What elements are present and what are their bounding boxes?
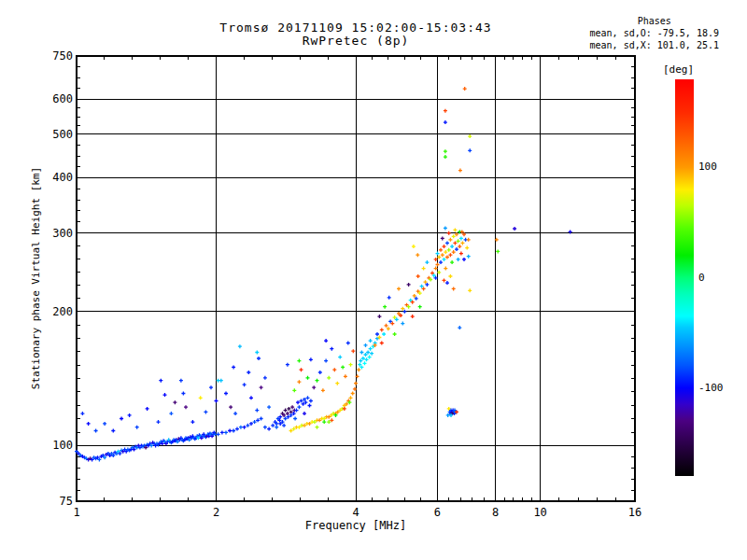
phase-stats-header: Phases — [590, 15, 719, 27]
y-tick-label: 400 — [41, 171, 73, 184]
x-tick-label: 16 — [616, 506, 654, 519]
y-tick-label: 600 — [41, 92, 73, 105]
y-tick-label: 100 — [41, 439, 73, 452]
x-tick-label: 1 — [58, 506, 95, 519]
y-axis-label: Stationary phase Virtual Height [km] — [30, 167, 42, 389]
scatter-points — [75, 87, 572, 461]
y-tick-label: 200 — [41, 305, 73, 318]
gridlines — [77, 56, 635, 501]
phase-stats-o-mode: mean, sd,O: -79.5, 18.9 — [590, 27, 719, 39]
plot-subtitle: RwPretec (8p) — [77, 34, 635, 48]
x-tick-label: 10 — [522, 506, 559, 519]
colorbar-tick-label: 0 — [698, 272, 705, 284]
plot-svg — [0, 0, 747, 560]
plot-title: Tromsø 20171109 15:02:00-15:03:43 — [77, 21, 635, 35]
ionogram-screen: Tromsø 20171109 15:02:00-15:03:43 RwPret… — [0, 0, 747, 560]
y-tick-label: 300 — [41, 227, 73, 240]
y-tick-label: 500 — [41, 128, 73, 141]
colorbar-tick-label: -100 — [698, 382, 724, 394]
x-tick-label: 8 — [477, 506, 514, 519]
phase-stats-x-mode: mean, sd,X: 101.0, 25.1 — [590, 39, 719, 51]
phase-stats-block: Phases mean, sd,O: -79.5, 18.9 mean, sd,… — [590, 15, 719, 51]
x-tick-label: 6 — [418, 506, 456, 519]
x-tick-label: 4 — [337, 506, 374, 519]
colorbar-gradient — [675, 79, 694, 476]
x-tick-label: 2 — [198, 506, 235, 519]
colorbar-tick-label: 100 — [698, 161, 717, 173]
x-axis-label: Frequency [MHz] — [77, 519, 635, 532]
colorbar-unit-label: [deg] — [663, 63, 694, 76]
y-tick-label: 750 — [41, 49, 73, 63]
